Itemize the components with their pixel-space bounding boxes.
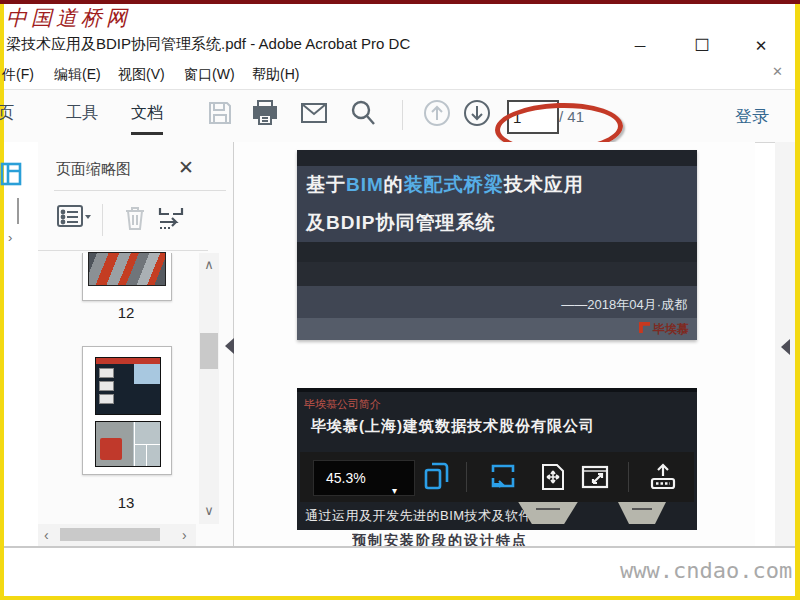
copy-pages-icon[interactable] — [422, 462, 452, 492]
save-icon[interactable] — [205, 98, 235, 128]
menu-view[interactable]: 视图(V) — [118, 66, 165, 84]
fit-page-icon[interactable] — [538, 462, 568, 492]
menu-bar: 件(F) 编辑(E) 视图(V) 窗口(W) 帮助(H) ✕ — [4, 60, 795, 90]
scroll-left-icon[interactable]: ‹ — [44, 527, 49, 543]
split-pages-icon[interactable] — [156, 204, 186, 234]
page-13-preview-diagram — [95, 357, 161, 415]
page-12-label: 12 — [82, 304, 170, 321]
title-seg-5: 技术应用 — [504, 174, 584, 195]
slide1-band-dark2 — [297, 262, 697, 286]
caret-down-icon: ▾ — [392, 474, 397, 508]
scroll-right-icon[interactable]: › — [182, 527, 187, 543]
menu-window[interactable]: 窗口(W) — [184, 66, 235, 84]
scroll-down-icon[interactable]: ∨ — [199, 503, 219, 518]
share-upload-icon[interactable] — [648, 462, 678, 492]
menu-edit[interactable]: 编辑(E) — [54, 66, 101, 84]
maximize-button[interactable]: ☐ — [689, 36, 715, 56]
page-thumbnails-panel: 页面缩略图 ✕ 12 13 ∧ — [38, 142, 234, 546]
title-seg-bim: BIM — [346, 174, 384, 195]
main-toolbar: 页 工具 文档 / 41 登录 — [4, 90, 795, 143]
page-12-preview-image — [88, 252, 166, 286]
slide1-title-band: 基于BIM的装配式桥梁技术应用 及BDIP协同管理系统 — [297, 166, 697, 242]
logo-text: 毕埃慕 — [653, 322, 689, 336]
tab-home[interactable]: 页 — [0, 103, 14, 124]
nav-strip-divider — [17, 198, 19, 224]
page-13-label: 13 — [82, 494, 170, 511]
sign-in-button[interactable]: 登录 — [735, 105, 769, 128]
window-title: 梁技术应用及BDIP协同管理系统.pdf - Adobe Acrobat Pro… — [6, 35, 410, 54]
company-logo: 毕埃慕 — [639, 321, 689, 338]
pdf-page-1: 基于BIM的装配式桥梁技术应用 及BDIP协同管理系统 ——2018年04月·成… — [297, 150, 697, 340]
fullscreen-icon[interactable] — [580, 462, 610, 492]
slide1-band-top — [297, 150, 697, 166]
thumbnail-list-divider — [38, 250, 208, 251]
slide1-date: ——2018年04月·成都 — [561, 296, 687, 314]
nav-pane-strip: › — [4, 142, 39, 546]
zoom-level-value: 45.3% — [326, 470, 366, 486]
panel-scrollbar-thumb[interactable] — [200, 333, 218, 369]
panel-vertical-scrollbar[interactable]: ∧ ∨ — [199, 253, 219, 524]
zoom-level-dropdown[interactable]: 45.3% ▾ — [313, 460, 415, 496]
previous-page-icon[interactable] — [422, 98, 452, 128]
watermark-top-left: 中国道桥网 — [6, 4, 131, 32]
panel-toolbar-divider — [102, 204, 103, 236]
tab-tools[interactable]: 工具 — [66, 103, 98, 124]
thumbnail-page-13[interactable] — [82, 346, 172, 475]
title-seg-bridge: 装配式桥梁 — [404, 174, 504, 195]
panel-collapse-handle-icon[interactable] — [225, 338, 234, 354]
thumbnail-options-icon[interactable] — [56, 204, 92, 230]
minimize-button[interactable]: ─ — [627, 36, 653, 56]
page-13-preview-photos — [95, 421, 161, 467]
close-button[interactable]: ✕ — [748, 36, 774, 56]
watermark-bottom-right: www.cndao.com — [620, 558, 792, 583]
slide2-section-label: 毕埃慕公司简介 — [304, 397, 381, 412]
slide2-top-edge — [297, 388, 697, 392]
title-seg-1: 基于 — [306, 174, 346, 195]
search-icon[interactable] — [348, 98, 378, 128]
slide1-date-band: ——2018年04月·成都 — [297, 286, 697, 318]
pdf-page-2: 毕埃慕公司简介 毕埃慕(上海)建筑数据技术股份有限公司 通过运用及开发先进的BI… — [297, 388, 697, 530]
fit-width-icon[interactable] — [488, 462, 518, 492]
menu-file[interactable]: 件(F) — [2, 66, 34, 84]
tab-document[interactable]: 文档 — [131, 103, 163, 135]
hud-divider — [466, 462, 467, 492]
email-icon[interactable] — [299, 98, 329, 128]
toolbar-divider — [402, 100, 403, 130]
tools-pane-collapse-handle-icon[interactable] — [781, 339, 790, 355]
hud-divider — [628, 462, 629, 492]
slide2-company-name: 毕埃慕(上海)建筑数据技术股份有限公司 — [311, 417, 595, 436]
menubar-close-icon[interactable]: ✕ — [772, 64, 783, 79]
panel-hscrollbar-thumb[interactable] — [60, 528, 160, 541]
slide2-diagram-trapezoid — [617, 500, 667, 524]
print-icon[interactable] — [250, 98, 280, 128]
panel-title: 页面缩略图 — [56, 160, 131, 179]
scroll-up-icon[interactable]: ∧ — [199, 257, 219, 272]
page-thumbnails-panel-icon[interactable] — [0, 162, 22, 186]
floating-page-controls: 45.3% ▾ — [300, 452, 694, 502]
document-viewport[interactable]: 基于BIM的装配式桥梁技术应用 及BDIP协同管理系统 ——2018年04月·成… — [234, 142, 755, 546]
panel-close-icon[interactable]: ✕ — [178, 156, 194, 179]
frame-right-bar — [795, 4, 800, 600]
thumbnail-page-12[interactable] — [82, 253, 172, 301]
frame-bottom-bar — [0, 596, 800, 600]
slide1-footer-band: 毕埃慕 — [297, 318, 697, 340]
slide1-band-dark1 — [297, 242, 697, 262]
logo-mark-icon — [639, 322, 650, 333]
clipped-text-fragment: 预制安装阶段的设计特点 — [352, 532, 612, 546]
next-page-icon[interactable] — [462, 98, 492, 128]
window-bottom-edge — [4, 546, 795, 548]
nav-strip-chevron-icon[interactable]: › — [8, 230, 12, 245]
panel-divider — [54, 190, 226, 191]
delete-pages-icon[interactable] — [122, 204, 148, 232]
title-line-2: 及BDIP协同管理系统 — [306, 210, 495, 236]
panel-horizontal-scrollbar[interactable]: ‹ › — [38, 524, 196, 546]
title-seg-3: 的 — [384, 174, 404, 195]
menu-help[interactable]: 帮助(H) — [252, 66, 299, 84]
slide2-body-text: 通过运用及开发先进的BIM技术及软件系统 — [305, 507, 559, 525]
